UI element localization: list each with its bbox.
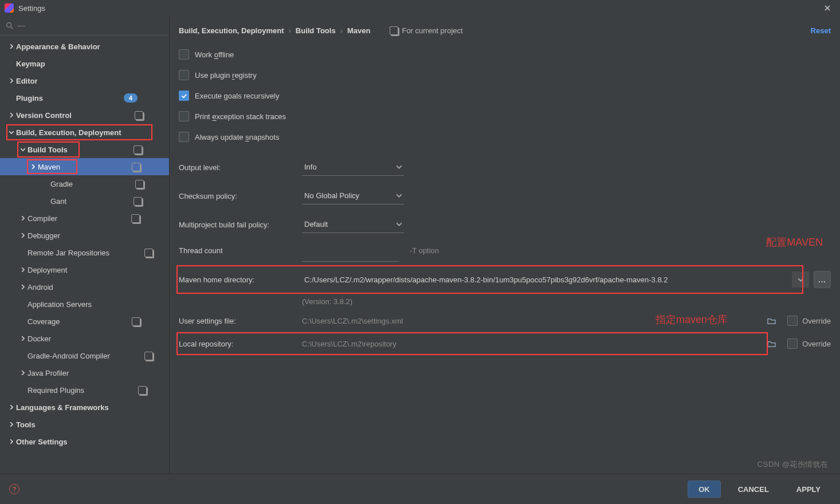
cancel-button[interactable]: CANCEL [728, 481, 779, 497]
tree-coverage[interactable]: Coverage [0, 313, 169, 330]
print-trace-row[interactable]: Print exception stack traces [179, 106, 831, 127]
chevron-right-icon [21, 371, 25, 375]
local-repo-override[interactable]: Override [787, 338, 831, 349]
tree-build-tools[interactable]: Build Tools [0, 141, 169, 158]
local-repo-browse-button[interactable] [764, 337, 778, 351]
work-offline-checkbox[interactable] [179, 49, 189, 60]
tree-gradle-android-compiler[interactable]: Gradle-Android Compiler [0, 347, 169, 364]
chevron-right-icon [9, 78, 14, 83]
ok-button[interactable]: OK [688, 481, 721, 498]
chevron-right-icon [21, 267, 25, 272]
tree-gant[interactable]: Gant [0, 192, 169, 210]
tree-item-label: Compiler [28, 214, 107, 223]
thread-count-label: Thread count [179, 246, 293, 255]
use-plugin-registry-checkbox[interactable] [179, 70, 189, 80]
multiproject-select[interactable]: Default [302, 216, 404, 233]
tree-other-settings[interactable]: Other Settings [0, 433, 169, 450]
tree-version-control[interactable]: Version Control [0, 107, 169, 124]
search-icon [6, 22, 14, 30]
crumb-2[interactable]: Build Tools [296, 26, 336, 35]
maven-home-dropdown[interactable] [791, 271, 809, 288]
bottom-bar: ? OK CANCEL APPLY [0, 474, 840, 504]
work-offline-label: Work offline [195, 50, 234, 59]
tree-item-label: Keymap [16, 60, 164, 68]
always-update-checkbox[interactable] [179, 132, 189, 142]
tree-compiler[interactable]: Compiler [0, 210, 169, 227]
tree-editor[interactable]: Editor [0, 72, 169, 89]
work-offline-row[interactable]: Work offline [179, 44, 831, 65]
chevron-right-icon [21, 216, 25, 220]
project-scope-icon [390, 26, 398, 35]
multiproject-value: Default [304, 220, 328, 229]
local-repo-row: Local repository: C:\Users\LCZ\.m2\repos… [179, 332, 831, 355]
tree-application-servers[interactable]: Application Servers [0, 296, 169, 313]
breadcrumb-sep: › [288, 26, 291, 35]
help-button[interactable]: ? [9, 484, 19, 494]
tree-android[interactable]: Android [0, 278, 169, 296]
reset-link[interactable]: Reset [811, 26, 831, 35]
chevron-right-icon [31, 164, 36, 169]
settings-content: Build, Execution, Deployment › Build Too… [170, 17, 840, 474]
override-label: Override [802, 317, 831, 325]
multiproject-label: Multiproject build fail policy: [179, 220, 293, 229]
apply-button[interactable]: APPLY [786, 481, 831, 497]
chevron-right-icon [21, 285, 25, 289]
tree-docker[interactable]: Docker [0, 330, 169, 347]
chevron-right-icon [9, 405, 14, 410]
tree-tools[interactable]: Tools [0, 416, 169, 433]
close-button[interactable] [819, 0, 835, 16]
tree-gradle[interactable]: Gradle [0, 175, 169, 192]
crumb-1[interactable]: Build, Execution, Deployment [179, 26, 284, 35]
tree-deployment[interactable]: Deployment [0, 261, 169, 278]
tree-plugins[interactable]: Plugins 4 [0, 89, 169, 107]
user-settings-override[interactable]: Override [787, 316, 831, 326]
tree-debugger[interactable]: Debugger [0, 227, 169, 244]
checksum-select[interactable]: No Global Policy [302, 188, 404, 204]
chevron-down-icon [397, 222, 402, 227]
use-plugin-registry-row[interactable]: Use plugin registry [179, 65, 831, 85]
chevron-down-icon [397, 193, 402, 198]
always-update-row[interactable]: Always update snapshots [179, 127, 831, 147]
user-settings-browse-button[interactable] [764, 314, 778, 328]
tree-languages-frameworks[interactable]: Languages & Frameworks [0, 399, 169, 416]
tree-item-label: Tools [16, 420, 164, 429]
tree-item-label: Debugger [28, 231, 164, 240]
override-checkbox[interactable] [787, 338, 798, 349]
execute-goals-checkbox[interactable] [179, 90, 189, 101]
user-settings-row: User settings file: C:\Users\LCZ\.m2\set… [179, 309, 831, 332]
tree-build-execution-deployment[interactable]: Build, Execution, Deployment [0, 124, 169, 141]
search-row[interactable] [0, 17, 169, 36]
tree-maven[interactable]: Maven [0, 158, 169, 175]
window-title: Settings [18, 4, 45, 13]
local-repo-value[interactable]: C:\Users\LCZ\.m2\repository [302, 340, 761, 348]
local-repo-label: Local repository: [179, 340, 302, 348]
tree-item-label: Coverage [28, 317, 108, 326]
tree-appearance[interactable]: Appearance & Behavior [0, 38, 169, 55]
tree-item-label: Build Tools [28, 145, 112, 154]
maven-home-row: Maven home directory: C:/Users/LCZ/.m2/w… [179, 265, 831, 294]
search-underline [17, 26, 25, 26]
execute-goals-row[interactable]: Execute goals recursively [179, 85, 831, 106]
tree-remote-jar[interactable]: Remote Jar Repositories [0, 244, 169, 261]
tree-item-label: Docker [28, 334, 164, 343]
folder-icon [767, 317, 776, 325]
tree-keymap[interactable]: Keymap [0, 55, 169, 72]
checksum-label: Checksum policy: [179, 192, 293, 200]
tree-required-plugins[interactable]: Required Plugins [0, 381, 169, 399]
override-checkbox[interactable] [787, 316, 798, 326]
user-settings-value[interactable]: C:\Users\LCZ\.m2\settings.xml [302, 317, 761, 325]
breadcrumb-sep: › [340, 26, 343, 35]
always-update-label: Always update snapshots [195, 133, 279, 141]
chevron-right-icon [21, 233, 25, 238]
output-level-select[interactable]: Info [302, 159, 404, 176]
tree-item-label: Build, Execution, Deployment [16, 128, 164, 137]
project-scope-icon [135, 111, 143, 120]
maven-home-input[interactable]: C:/Users/LCZ/.m2/wrapper/dists/apache-ma… [302, 271, 791, 288]
project-scope-icon [134, 197, 142, 206]
thread-count-input[interactable] [302, 247, 399, 262]
chevron-right-icon [9, 44, 14, 49]
print-trace-checkbox[interactable] [179, 111, 189, 121]
tree-item-label: Plugins [16, 94, 97, 103]
tree-java-profiler[interactable]: Java Profiler [0, 364, 169, 381]
maven-home-browse-button[interactable]: ... [814, 271, 831, 288]
